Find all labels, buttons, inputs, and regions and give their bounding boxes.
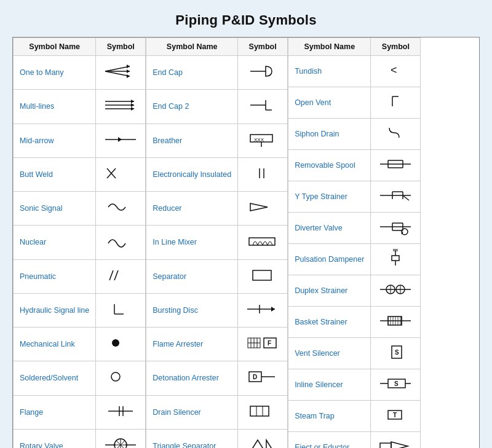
- end-cap-icon: [244, 60, 281, 82]
- row-symbol: [371, 119, 421, 150]
- table-row: Eject or Eductor: [288, 432, 421, 449]
- row-symbol: [238, 56, 288, 90]
- inline-silencer-icon: S: [377, 372, 414, 395]
- row-symbol: [371, 150, 421, 181]
- vent-silencer-icon: S: [377, 341, 414, 363]
- basket-strainer-icon: [377, 310, 414, 332]
- row-symbol: <: [371, 56, 421, 87]
- row-symbol: [371, 181, 421, 213]
- left-header-name: Symbol Name: [14, 38, 96, 56]
- svg-line-17: [114, 270, 118, 280]
- svg-rect-61: [250, 406, 269, 416]
- row-name: Basket Strainer: [288, 307, 371, 338]
- pneumatic-icon: [102, 264, 139, 286]
- right-header-name: Symbol Name: [288, 38, 371, 56]
- middle-header-name: Symbol Name: [146, 38, 238, 56]
- removable-spool-icon: [377, 153, 414, 175]
- svg-marker-114: [391, 442, 408, 448]
- svg-line-16: [109, 270, 113, 280]
- row-symbol: [96, 124, 146, 157]
- row-symbol: [238, 226, 288, 259]
- table-row: Duplex Strainer: [288, 275, 421, 307]
- row-symbol: [371, 87, 421, 119]
- nuclear-icon: [102, 230, 139, 252]
- svg-marker-49: [271, 307, 275, 312]
- svg-point-21: [111, 372, 120, 381]
- row-name: Drain Silencer: [146, 395, 238, 429]
- row-symbol: [96, 328, 146, 361]
- table-row: Sonic Signal: [14, 192, 146, 226]
- drain-silencer-icon: [244, 400, 281, 422]
- end-cap-2-icon: [244, 94, 281, 116]
- row-name: Multi-lines: [14, 90, 96, 124]
- hydraulic-signal-icon: [102, 298, 139, 320]
- row-name: Sonic Signal: [14, 192, 96, 226]
- row-symbol: [371, 244, 421, 275]
- svg-marker-11: [131, 107, 134, 111]
- row-name: Pulsation Dampener: [288, 244, 371, 275]
- detonation-arrester-icon: D: [244, 366, 281, 388]
- row-symbol: [238, 395, 288, 429]
- row-name: Steam Trap: [288, 401, 371, 432]
- one-to-many-icon: [102, 60, 139, 82]
- main-table-container: Symbol Name Symbol One to Many: [12, 37, 480, 448]
- row-symbol: T: [371, 401, 421, 432]
- table-row: Flange: [14, 395, 146, 429]
- butt-weld-icon: [102, 162, 139, 184]
- mechanical-link-icon: [102, 332, 139, 354]
- row-symbol: XXX: [238, 124, 288, 157]
- row-name: Rotary Valve: [14, 429, 96, 448]
- row-symbol: [371, 432, 421, 449]
- table-row: Electronically Insulated: [146, 157, 288, 191]
- right-header-symbol: Symbol: [371, 38, 421, 56]
- table-row: In Line Mixer: [146, 226, 288, 259]
- row-symbol: S: [371, 338, 421, 369]
- svg-line-1: [105, 66, 130, 71]
- tundish-icon: <: [377, 59, 414, 81]
- electronically-insulated-icon: [244, 162, 281, 184]
- steam-trap-icon: T: [377, 404, 414, 426]
- svg-line-2: [105, 71, 130, 76]
- y-type-strainer-icon: [377, 184, 414, 206]
- row-name: Tundish: [288, 56, 371, 87]
- svg-marker-13: [118, 137, 122, 142]
- row-symbol: [96, 157, 146, 191]
- flange-icon: [102, 400, 139, 422]
- svg-marker-65: [266, 440, 272, 448]
- right-table: Symbol Name Symbol Tundish < Open Vent: [288, 37, 421, 448]
- row-name: Diverter Valve: [288, 213, 371, 244]
- table-row: Nuclear: [14, 226, 146, 259]
- left-table: Symbol Name Symbol One to Many: [13, 37, 146, 448]
- row-name: Duplex Strainer: [288, 275, 371, 307]
- row-symbol: [96, 226, 146, 259]
- row-name: Flame Arrester: [146, 328, 238, 361]
- svg-text:<: <: [391, 64, 397, 76]
- row-name: Flange: [14, 395, 96, 429]
- row-symbol: [238, 90, 288, 124]
- table-row: Vent Silencer S: [288, 338, 421, 369]
- svg-text:D: D: [253, 374, 257, 380]
- row-symbol: [371, 307, 421, 338]
- table-row: Butt Weld: [14, 157, 146, 191]
- svg-rect-113: [380, 443, 391, 448]
- svg-point-20: [112, 339, 119, 347]
- row-name: Nuclear: [14, 226, 96, 259]
- row-symbol: [238, 293, 288, 327]
- duplex-strainer-icon: [377, 278, 414, 301]
- table-row: End Cap: [146, 56, 288, 90]
- row-symbol: [238, 157, 288, 191]
- eject-eductor-icon: [377, 435, 414, 448]
- row-name: Siphon Drain: [288, 119, 371, 150]
- svg-text:S: S: [395, 349, 399, 356]
- svg-text:XXX: XXX: [254, 137, 264, 143]
- row-symbol: [96, 259, 146, 293]
- row-symbol: F: [238, 328, 288, 361]
- pulsation-dampener-icon: [377, 247, 414, 269]
- sonic-signal-icon: [102, 196, 139, 218]
- row-name: In Line Mixer: [146, 226, 238, 259]
- row-symbol: [96, 395, 146, 429]
- row-name: Triangle Separator: [146, 429, 238, 448]
- table-row: Soldered/Solvent: [14, 361, 146, 395]
- svg-marker-3: [127, 69, 130, 73]
- flame-arrester-icon: F: [244, 332, 281, 354]
